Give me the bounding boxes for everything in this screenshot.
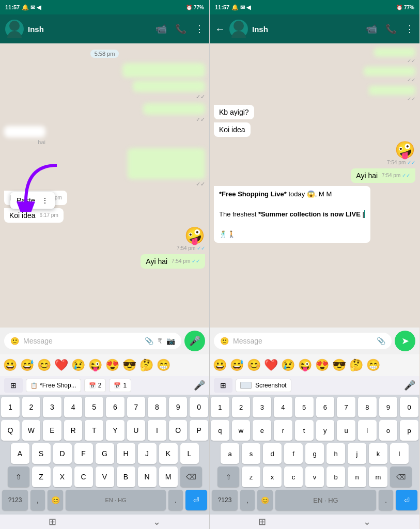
attach-btn-right[interactable]: 📎 xyxy=(377,337,385,345)
kbd-grid-left[interactable]: ⊞ xyxy=(4,378,23,393)
key-space-left[interactable]: EN · HG xyxy=(66,490,166,510)
key-g-right[interactable]: g xyxy=(305,443,324,464)
emoji-3-left[interactable]: 😊 xyxy=(36,357,52,373)
rupee-btn-left[interactable]: ₹ xyxy=(158,337,162,345)
key-period-left[interactable]: . xyxy=(168,490,183,510)
key-sym-left[interactable]: ?123 xyxy=(2,490,28,510)
emoji-r-8[interactable]: 😎 xyxy=(331,357,347,373)
key-c-right[interactable]: c xyxy=(284,466,303,487)
key-l-right[interactable]: l xyxy=(390,443,409,464)
emoji-btn-left[interactable]: 🙂 xyxy=(10,337,19,345)
key-1-left[interactable]: 1 xyxy=(1,397,20,417)
key-t-right[interactable]: t xyxy=(295,420,314,441)
key-3-right[interactable]: 3 xyxy=(253,397,271,417)
key-m-left[interactable]: M xyxy=(159,466,178,487)
message-input-right[interactable]: 🙂 Message 📎 xyxy=(214,333,392,349)
key-8-left[interactable]: 8 xyxy=(148,397,166,417)
key-0-right[interactable]: 0 xyxy=(400,397,418,417)
key-s-right[interactable]: s xyxy=(242,443,260,464)
key-v-left[interactable]: V xyxy=(96,466,114,487)
key-e-right[interactable]: e xyxy=(253,420,271,441)
key-i-right[interactable]: i xyxy=(358,420,377,441)
emoji-btn-right[interactable]: 🙂 xyxy=(220,337,229,345)
key-w-right[interactable]: w xyxy=(232,420,251,441)
key-y-right[interactable]: y xyxy=(316,420,335,441)
more-icon-left[interactable]: ⋮ xyxy=(195,23,204,35)
emoji-6-left[interactable]: 😜 xyxy=(87,357,103,373)
emoji-r-10[interactable]: 😁 xyxy=(365,357,381,373)
key-q-right[interactable]: q xyxy=(211,420,229,441)
key-f-right[interactable]: f xyxy=(284,443,303,464)
key-enter-left[interactable]: ⏎ xyxy=(185,490,207,510)
kbd-mic-right[interactable]: 🎤 xyxy=(404,380,415,391)
back-btn-right[interactable]: ← xyxy=(215,23,225,35)
emoji-r-4[interactable]: ❤️ xyxy=(263,357,279,373)
key-e-left[interactable]: E xyxy=(43,420,61,441)
key-x-left[interactable]: X xyxy=(53,466,72,487)
key-z-left[interactable]: Z xyxy=(32,466,51,487)
kbd-mic-left[interactable]: 🎤 xyxy=(194,380,205,391)
emoji-r-5[interactable]: 😢 xyxy=(280,357,296,373)
key-0-left[interactable]: 0 xyxy=(190,397,208,417)
key-x-right[interactable]: x xyxy=(263,466,282,487)
key-f-left[interactable]: F xyxy=(74,443,93,464)
emoji-10-left[interactable]: 😁 xyxy=(155,357,172,373)
key-r-left[interactable]: R xyxy=(64,420,83,441)
cal-suggestion-1-left[interactable]: 📅 2 xyxy=(84,379,106,392)
camera-btn-left[interactable]: 📷 xyxy=(166,337,175,345)
key-backspace-left[interactable]: ⌫ xyxy=(180,466,202,487)
key-z-right[interactable]: z xyxy=(242,466,260,487)
send-btn-right[interactable]: ➤ xyxy=(395,331,415,351)
key-w-left[interactable]: W xyxy=(22,420,41,441)
phone-icon-left[interactable]: 📞 xyxy=(175,23,186,35)
key-u-right[interactable]: u xyxy=(337,420,355,441)
emoji-r-6[interactable]: 😜 xyxy=(297,357,313,373)
key-4-right[interactable]: 4 xyxy=(274,397,292,417)
emoji-r-9[interactable]: 🤔 xyxy=(348,357,364,373)
key-c-left[interactable]: C xyxy=(74,466,93,487)
key-5-left[interactable]: 5 xyxy=(85,397,103,417)
key-g-left[interactable]: G xyxy=(96,443,114,464)
emoji-r-1[interactable]: 😀 xyxy=(212,357,228,373)
key-q-left[interactable]: Q xyxy=(1,420,20,441)
key-a-right[interactable]: a xyxy=(221,443,239,464)
key-backspace-right[interactable]: ⌫ xyxy=(390,466,412,487)
key-comma-left[interactable]: , xyxy=(30,490,45,510)
key-shift-right[interactable]: ⇧ xyxy=(217,466,239,487)
key-emoji-left[interactable]: 😊 xyxy=(48,490,63,510)
emoji-r-3[interactable]: 😊 xyxy=(246,357,262,373)
key-9-right[interactable]: 9 xyxy=(379,397,398,417)
key-comma-right[interactable]: , xyxy=(240,490,255,510)
key-t-left[interactable]: T xyxy=(85,420,103,441)
key-6-right[interactable]: 6 xyxy=(316,397,335,417)
key-8-right[interactable]: 8 xyxy=(358,397,377,417)
video-call-icon-left[interactable]: 📹 xyxy=(155,23,167,35)
key-space-right[interactable]: EN · HG xyxy=(275,490,376,510)
emoji-r-2[interactable]: 😅 xyxy=(229,357,245,373)
cal-suggestion-2-left[interactable]: 📅 1 xyxy=(109,379,131,392)
key-shift-left[interactable]: ⇧ xyxy=(8,466,29,487)
key-k-right[interactable]: k xyxy=(369,443,387,464)
key-7-right[interactable]: 7 xyxy=(337,397,355,417)
key-p-right[interactable]: p xyxy=(400,420,418,441)
key-j-left[interactable]: J xyxy=(138,443,157,464)
key-j-right[interactable]: j xyxy=(348,443,366,464)
key-o-right[interactable]: o xyxy=(379,420,398,441)
more-icon-right[interactable]: ⋮ xyxy=(405,23,414,35)
key-y-left[interactable]: Y xyxy=(106,420,125,441)
emoji-8-left[interactable]: 😎 xyxy=(121,357,137,373)
emoji-7-left[interactable]: 😍 xyxy=(104,357,120,373)
key-sym-right[interactable]: ?123 xyxy=(212,490,238,510)
key-r-right[interactable]: r xyxy=(274,420,292,441)
emoji-2-left[interactable]: 😅 xyxy=(19,357,35,373)
key-l-left[interactable]: L xyxy=(180,443,199,464)
screenshot-suggestion[interactable]: Screenshot xyxy=(236,379,291,392)
key-2-left[interactable]: 2 xyxy=(22,397,41,417)
key-s-left[interactable]: S xyxy=(32,443,51,464)
key-1-right[interactable]: 1 xyxy=(211,397,229,417)
key-i-left[interactable]: I xyxy=(148,420,166,441)
kbd-grid-right[interactable]: ⊞ xyxy=(214,378,232,393)
key-9-left[interactable]: 9 xyxy=(169,397,188,417)
key-emoji-right[interactable]: 😊 xyxy=(257,490,273,510)
nav-grid-right[interactable]: ⊞ xyxy=(258,516,266,527)
